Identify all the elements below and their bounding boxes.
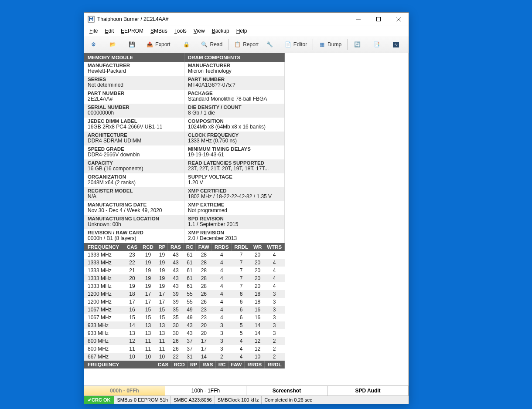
table-row: 800 MHz12111126371734122 bbox=[84, 337, 285, 345]
gear-icon: ⚙ bbox=[89, 40, 98, 49]
table-cell: 1333 MHz bbox=[84, 267, 124, 274]
menu-backup[interactable]: Backup bbox=[208, 27, 233, 35]
table-row: 1333 MHz19191943612847204 bbox=[84, 282, 285, 290]
table-cell: 11 bbox=[140, 345, 156, 353]
table-cell: 22 bbox=[124, 259, 140, 267]
table-cell: 5 bbox=[232, 329, 251, 337]
table-cell: 16 bbox=[251, 314, 264, 321]
tab-100h---1ffh[interactable]: 100h - 1FFh bbox=[165, 386, 246, 395]
table-row: 1200 MHz18171739552646183 bbox=[84, 290, 285, 298]
menu-view[interactable]: View bbox=[190, 27, 208, 35]
info-row: PACKAGEStandard Monolithic 78-ball FBGA bbox=[184, 90, 285, 104]
tab-spd-audit[interactable]: SPD Audit bbox=[327, 386, 409, 395]
report-button[interactable]: 📋Report bbox=[231, 37, 262, 51]
menu-help[interactable]: Help bbox=[233, 27, 251, 35]
menu-file[interactable]: File bbox=[86, 27, 101, 35]
table-row: 1333 MHz22191943612847204 bbox=[84, 259, 285, 267]
statusbar: ✔ CRC OK SMBus 0 EEPROM 51h SMBC A323:80… bbox=[84, 395, 409, 404]
info-label: MANUFACTURER bbox=[88, 63, 181, 68]
table-cell: 6 bbox=[232, 306, 251, 314]
table-cell: 14 bbox=[196, 353, 212, 361]
refresh-button[interactable]: 🔄 bbox=[350, 37, 368, 51]
table-cell: 19 bbox=[156, 259, 168, 267]
titlebar: Thaiphoon Burner / 2E2L4AA# bbox=[84, 13, 409, 26]
table-cell: 667 MHz bbox=[84, 353, 124, 361]
info-value: DDR4 SDRAM UDIMM bbox=[88, 138, 181, 144]
table-header: RP bbox=[156, 243, 168, 251]
dump-button[interactable]: ▦Dump bbox=[316, 37, 344, 51]
info-row: SUPPLY VOLTAGE1.20 V bbox=[184, 173, 285, 187]
table-header: RAS bbox=[168, 243, 184, 251]
table-cell: 4 bbox=[212, 298, 232, 306]
tab-screenshot[interactable]: Screenshot bbox=[246, 386, 327, 395]
info-row: PART NUMBERMT40A1G8??-075:? bbox=[184, 76, 285, 90]
table-cell: 4 bbox=[212, 267, 232, 274]
table-cell: 933 MHz bbox=[84, 321, 124, 329]
table-cell: 3 bbox=[264, 290, 285, 298]
chip-button[interactable]: ∿ bbox=[389, 37, 407, 51]
table-cell: 43 bbox=[168, 267, 184, 274]
info-row: MANUFACTURING DATENov 30 - Dec 4 / Week … bbox=[84, 201, 184, 215]
export-button[interactable]: 📤Export bbox=[143, 37, 173, 51]
crc-status: ✔ CRC OK bbox=[84, 396, 114, 404]
close-button[interactable] bbox=[389, 13, 409, 26]
table-cell: 11 bbox=[140, 337, 156, 345]
toolbar-label: Export bbox=[155, 41, 171, 47]
info-label: SERIES bbox=[88, 77, 181, 82]
gear-button[interactable]: ⚙ bbox=[86, 37, 104, 51]
minimize-button[interactable] bbox=[348, 13, 368, 26]
table-cell: 22 bbox=[168, 353, 184, 361]
tab-000h---0ffh[interactable]: 000h - 0FFh bbox=[84, 386, 165, 395]
table-cell: 39 bbox=[168, 290, 184, 298]
toolbar-label: Report bbox=[243, 41, 259, 47]
smbclock-status: SMBClock 100 kHz bbox=[215, 396, 262, 404]
table-cell: 61 bbox=[184, 259, 196, 267]
maximize-button[interactable] bbox=[368, 13, 389, 26]
table-cell: 7 bbox=[232, 251, 251, 259]
app-window: Thaiphoon Burner / 2E2L4AA# FileEditEEPR… bbox=[84, 12, 409, 404]
table-cell: 6 bbox=[232, 290, 251, 298]
editor-button[interactable]: 📄Editor bbox=[282, 37, 310, 51]
info-value: 1333 MHz (0.750 ns) bbox=[188, 138, 281, 144]
folder-button[interactable]: 📂 bbox=[105, 37, 123, 51]
info-value: 16GB 2Rx8 PC4-2666V-UB1-11 bbox=[88, 124, 181, 130]
save-button[interactable]: 💾 bbox=[124, 37, 143, 51]
lock-button[interactable]: 🔒 bbox=[179, 37, 197, 51]
table-cell: 21 bbox=[124, 267, 140, 274]
table-cell: 3 bbox=[264, 321, 285, 329]
table-cell: 4 bbox=[212, 306, 232, 314]
time-status: Completed in 0.26 sec bbox=[262, 396, 409, 404]
table-cell: 19 bbox=[140, 259, 156, 267]
read-button[interactable]: 🔍Read bbox=[198, 37, 225, 51]
table-cell: 49 bbox=[184, 306, 196, 314]
table-cell: 4 bbox=[232, 345, 251, 353]
table-cell: 19 bbox=[140, 282, 156, 290]
menu-edit[interactable]: Edit bbox=[101, 27, 117, 35]
table-cell: 4 bbox=[212, 274, 232, 282]
table-row: 933 MHz14131330432035143 bbox=[84, 321, 285, 329]
table-cell: 1067 MHz bbox=[84, 306, 124, 314]
info-label: DIE DENSITY / COUNT bbox=[188, 105, 281, 110]
copy-button[interactable]: 📑 bbox=[369, 37, 388, 51]
table-cell: 31 bbox=[184, 353, 196, 361]
table-cell: 43 bbox=[168, 282, 184, 290]
table-cell: 23 bbox=[196, 306, 212, 314]
menu-eeprom[interactable]: EEPROM bbox=[117, 27, 147, 35]
table-cell: 55 bbox=[184, 290, 196, 298]
content-area[interactable]: MEMORY MODULEMANUFACTURERHewlett-Packard… bbox=[84, 53, 409, 385]
table-cell: 800 MHz bbox=[84, 345, 124, 353]
table-cell: 17 bbox=[140, 298, 156, 306]
smbc-status: SMBC A323:8086 bbox=[171, 396, 215, 404]
table-cell: 12 bbox=[251, 345, 264, 353]
table-header-row: FREQUENCYCASRCDRPRASRCFAWRRDSRRDL bbox=[84, 361, 285, 368]
info-value: N/A bbox=[88, 193, 181, 200]
table-header: RCD bbox=[171, 361, 188, 368]
menu-smbus[interactable]: SMBus bbox=[147, 27, 171, 35]
info-label: REGISTER MODEL bbox=[88, 188, 181, 193]
menu-tools[interactable]: Tools bbox=[171, 27, 190, 35]
wrench-button[interactable]: 🔧 bbox=[263, 37, 281, 51]
table-header: FAW bbox=[196, 243, 212, 251]
table-cell: 16 bbox=[251, 306, 264, 314]
info-label: REVISION / RAW CARD bbox=[88, 230, 181, 235]
editor-icon: 📄 bbox=[285, 40, 291, 49]
